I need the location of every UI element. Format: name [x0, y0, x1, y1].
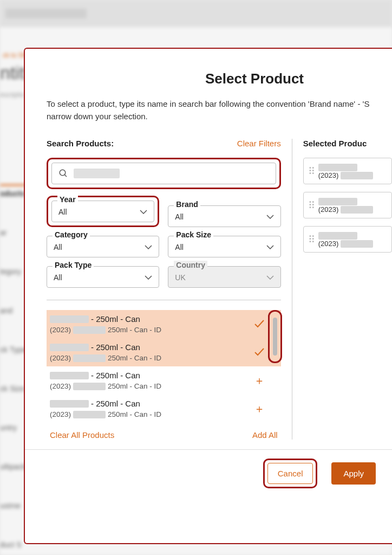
- selected-products-column: Selected Produc ⠿ (2023) ⠿ (2023) ⠿: [292, 139, 392, 440]
- chevron-down-icon: [266, 245, 274, 249]
- result-row[interactable]: - 250ml - Can (2023)250ml - Can - ID: [47, 310, 281, 338]
- search-highlight: [47, 158, 281, 189]
- cancel-button[interactable]: Cancel: [267, 463, 313, 484]
- search-filter-column: Search Products: Clear Filters Year All: [47, 139, 292, 440]
- pack-type-filter-value: All: [54, 273, 62, 282]
- modal-title: Select Product: [117, 70, 392, 87]
- search-input-value: [74, 169, 120, 178]
- modal-description: To select a product, type its name in se…: [25, 98, 392, 122]
- pack-type-filter-legend: Pack Type: [53, 261, 94, 269]
- bg-side-category: tegory: [0, 267, 27, 276]
- result-row[interactable]: - 250ml - Can (2023)250ml - Can - ID ＋: [47, 395, 281, 423]
- chevron-down-icon: [266, 275, 274, 280]
- selected-products-label: Selected Produc: [303, 139, 367, 148]
- check-icon: [254, 346, 265, 359]
- year-filter[interactable]: Year All: [51, 201, 154, 222]
- bg-side-brand: and: [0, 306, 27, 315]
- selected-product-card[interactable]: ⠿ (2023): [303, 192, 392, 218]
- chevron-down-icon: [145, 245, 152, 249]
- selected-year: (2023): [318, 240, 339, 248]
- year-filter-value: All: [58, 208, 67, 216]
- result-title-suffix: - 250ml - Can: [91, 343, 140, 352]
- category-filter-value: All: [54, 243, 62, 251]
- check-icon: [254, 318, 265, 331]
- apply-button[interactable]: Apply: [331, 462, 376, 485]
- svg-line-1: [64, 175, 67, 177]
- selected-year: (2023): [318, 171, 339, 179]
- select-product-modal: Select Product To select a product, type…: [24, 48, 392, 544]
- results-list: - 250ml - Can (2023)250ml - Can - ID - 2…: [47, 300, 281, 440]
- pack-size-filter-value: All: [175, 243, 184, 251]
- pack-size-filter[interactable]: Pack Size All: [168, 236, 280, 257]
- search-products-label: Search Products:: [47, 139, 114, 148]
- result-detail: 250ml - Can - ID: [108, 410, 161, 418]
- country-filter-value: UK: [175, 273, 185, 282]
- plus-icon[interactable]: ＋: [254, 402, 265, 416]
- result-row[interactable]: - 250ml - Can (2023)250ml - Can - ID: [47, 338, 281, 366]
- drag-handle-icon[interactable]: ⠿: [308, 165, 314, 177]
- selected-product-card[interactable]: ⠿ (2023): [303, 158, 392, 184]
- plus-icon[interactable]: ＋: [254, 373, 265, 388]
- scrollbar[interactable]: [273, 318, 277, 356]
- chevron-down-icon: [140, 210, 147, 214]
- brand-filter[interactable]: Brand All: [168, 205, 280, 227]
- result-detail: 250ml - Can - ID: [108, 326, 161, 334]
- result-year: (2023): [50, 326, 71, 334]
- bg-side-packsize: ck Size: [0, 384, 27, 393]
- bg-side-adjust: ustme: [0, 501, 27, 510]
- result-title-suffix: - 250ml - Can: [91, 314, 140, 324]
- pack-size-filter-legend: Pack Size: [174, 230, 213, 239]
- bg-side-year: ar: [0, 228, 27, 237]
- cancel-highlight: Cancel: [263, 459, 318, 488]
- search-input[interactable]: [51, 163, 276, 184]
- bg-side-country: untry: [0, 423, 27, 432]
- drag-handle-icon[interactable]: ⠿: [308, 234, 314, 246]
- year-filter-highlight: Year All: [47, 196, 159, 227]
- bg-side-products: oducts: [0, 184, 27, 198]
- svg-point-0: [60, 170, 66, 176]
- search-icon: [58, 169, 68, 178]
- bg-header: [0, 0, 392, 27]
- bg-sidebar: oducts ar tegory and ck Type ck Size unt…: [0, 184, 27, 555]
- category-filter-legend: Category: [53, 230, 90, 239]
- result-year: (2023): [50, 354, 71, 362]
- result-row[interactable]: - 250ml - Can (2023)250ml - Can - ID ＋: [47, 366, 281, 395]
- drag-handle-icon[interactable]: ⠿: [308, 199, 314, 211]
- modal-footer: Cancel Apply: [25, 449, 392, 488]
- chevron-down-icon: [145, 275, 152, 280]
- result-detail: 250ml - Can - ID: [108, 354, 161, 362]
- result-title-suffix: - 250ml - Can: [91, 371, 140, 380]
- selected-year: (2023): [318, 205, 339, 214]
- brand-filter-value: All: [175, 212, 184, 221]
- result-title-suffix: - 250ml - Can: [91, 399, 140, 408]
- category-filter[interactable]: Category All: [47, 236, 159, 257]
- chevron-down-icon: [266, 215, 274, 219]
- brand-filter-legend: Brand: [174, 200, 200, 209]
- bg-side-packtype: ck Type: [0, 345, 27, 354]
- year-filter-legend: Year: [57, 195, 78, 204]
- add-all-link[interactable]: Add All: [252, 430, 278, 440]
- result-year: (2023): [50, 382, 71, 390]
- clear-all-products-link[interactable]: Clear All Products: [50, 430, 114, 440]
- result-year: (2023): [50, 410, 71, 418]
- pack-type-filter[interactable]: Pack Type All: [47, 266, 159, 288]
- country-filter-legend: Country: [174, 261, 207, 269]
- clear-filters-link[interactable]: Clear Filters: [237, 139, 281, 148]
- bg-side-multipack: ultipack: [0, 462, 27, 471]
- bg-side-ducts: duct S: [0, 540, 27, 549]
- selected-product-card[interactable]: ⠿ (2023): [303, 226, 392, 253]
- scrollbar-highlight: [268, 310, 282, 363]
- country-filter: Country UK: [168, 266, 280, 288]
- result-detail: 250ml - Can - ID: [108, 382, 161, 390]
